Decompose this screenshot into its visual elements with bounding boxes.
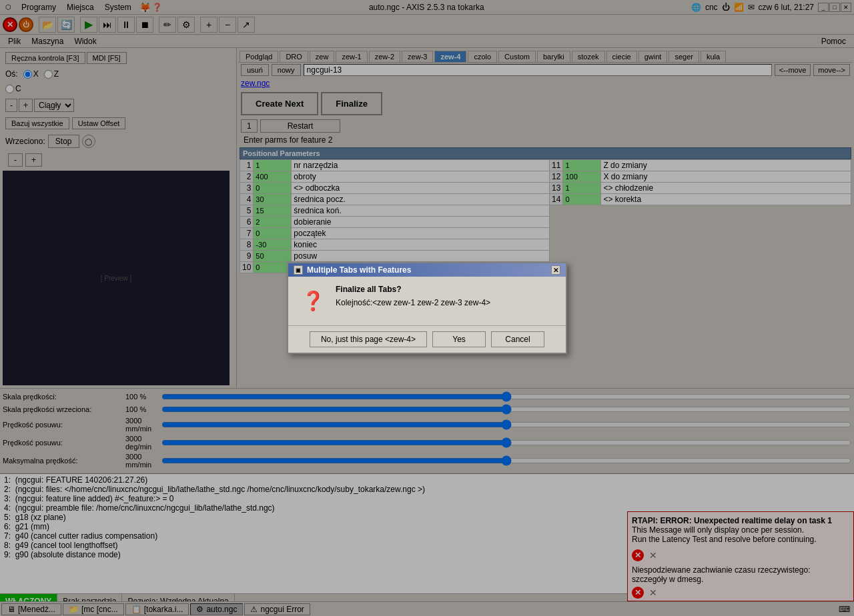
dialog: ▣ Multiple Tabs with Features ✕ ❓ Finali… (287, 262, 567, 354)
dialog-no-button[interactable]: No, just this page <zew-4> (310, 331, 427, 347)
dialog-yes-button[interactable]: Yes (432, 331, 486, 347)
dialog-question: Finalize all Tabs? (336, 285, 558, 294)
modal-overlay: ▣ Multiple Tabs with Features ✕ ❓ Finali… (0, 0, 854, 616)
dialog-title: ▣ Multiple Tabs with Features (294, 265, 411, 275)
dialog-titlebar: ▣ Multiple Tabs with Features ✕ (288, 263, 566, 277)
dialog-question-icon: ❓ (302, 290, 325, 312)
dialog-cancel-button[interactable]: Cancel (491, 331, 544, 347)
dialog-close-icon[interactable]: ✕ (551, 265, 560, 275)
dialog-title-icon: ▣ (294, 265, 303, 275)
dialog-sequence: Kolejność:<zew zew-1 zew-2 zew-3 zew-4> (336, 298, 558, 307)
